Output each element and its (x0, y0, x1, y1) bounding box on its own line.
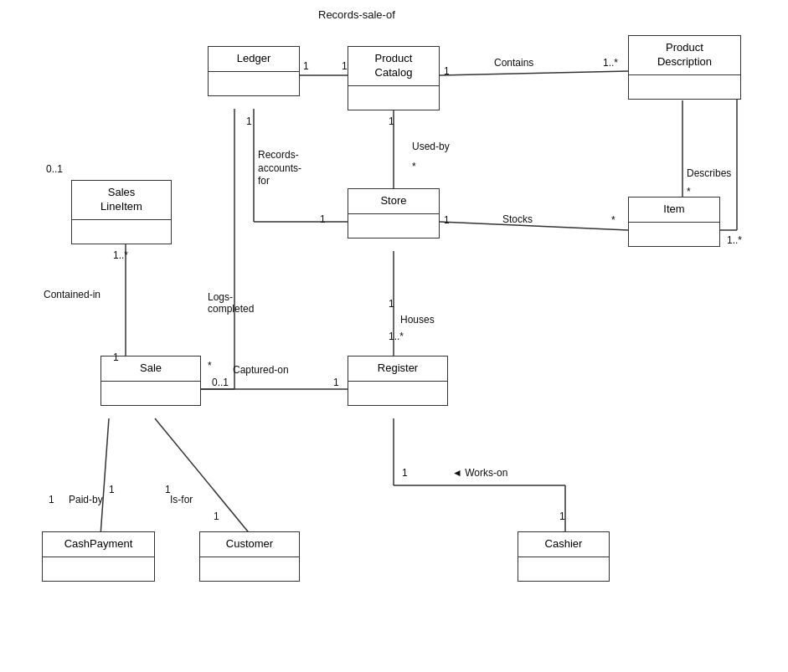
mult-pb-1b: 1 (49, 494, 54, 505)
box-product-description: ProductDescription (628, 35, 741, 100)
svg-line-6 (440, 222, 628, 230)
mult-co-1: 1 (333, 377, 339, 388)
box-product-catalog: ProductCatalog (348, 46, 440, 110)
mult-houses-1: 1 (389, 298, 394, 310)
mult-if-1a: 1 (165, 484, 171, 495)
mult-stocks-1: 1 (444, 214, 450, 226)
box-customer-name: Customer (200, 532, 299, 557)
mult-contains-1star: 1..* (603, 57, 618, 69)
label-captured-on: Captured-on (233, 364, 289, 376)
label-works-on: ◄ Works-on (452, 467, 507, 479)
box-item-name: Item (629, 197, 719, 223)
box-ledger-name: Ledger (209, 47, 299, 72)
label-contained-in: Contained-in (44, 289, 100, 300)
mult-ci-1: 1 (113, 351, 119, 363)
label-houses: Houses (400, 314, 435, 326)
box-cashier: Cashier (518, 531, 610, 582)
mult-houses-1star: 1..* (389, 331, 404, 342)
mult-sli-01: 0..1 (46, 163, 63, 175)
box-cash-payment-name: CashPayment (43, 532, 154, 557)
label-logs-completed: Logs-completed (208, 291, 254, 315)
mult-describes-star: * (687, 186, 691, 197)
mult-stocks-star: * (611, 214, 615, 226)
mult-ci-1star: 1..* (113, 249, 128, 261)
box-ledger: Ledger (208, 46, 300, 96)
mult-item-1star: 1..* (727, 234, 742, 246)
mult-co-01: 0..1 (212, 377, 229, 388)
label-records-accounts-for: Records-accounts-for (258, 149, 301, 188)
box-product-description-name: ProductDescription (629, 36, 740, 75)
uml-diagram: Records-sale-of (0, 0, 788, 672)
mult-wo-1b: 1 (559, 510, 565, 522)
box-store: Store (348, 188, 440, 239)
box-product-catalog-name: ProductCatalog (348, 47, 439, 86)
box-cashier-name: Cashier (518, 532, 609, 557)
box-register: Register (348, 356, 448, 406)
box-store-name: Store (348, 189, 439, 214)
mult-ub-star: * (412, 161, 416, 172)
label-paid-by: Paid-by (69, 494, 103, 505)
mult-raf-1b: 1 (320, 213, 326, 225)
mult-wo-1a: 1 (402, 467, 408, 479)
box-cash-payment: CashPayment (42, 531, 155, 582)
mult-ub-1: 1 (389, 115, 394, 127)
mult-lpc-1b: 1 (342, 60, 348, 72)
label-is-for: Is-for (170, 494, 193, 505)
diagram-title: Records-sale-of (318, 8, 395, 21)
box-register-name: Register (348, 357, 447, 382)
label-stocks: Stocks (502, 213, 533, 225)
mult-lc-star: * (208, 360, 212, 372)
svg-line-16 (155, 418, 251, 536)
mult-pb-1a: 1 (109, 484, 115, 495)
label-used-by: Used-by (412, 141, 450, 152)
mult-contains-1: 1 (444, 65, 450, 77)
box-customer: Customer (199, 531, 300, 582)
box-item: Item (628, 197, 720, 247)
mult-lpc-1a: 1 (303, 60, 309, 72)
svg-line-4 (440, 71, 628, 75)
label-contains: Contains (494, 57, 533, 69)
svg-line-15 (100, 418, 109, 536)
label-describes: Describes (687, 167, 731, 179)
mult-if-1b: 1 (214, 510, 219, 522)
mult-raf-1: 1 (246, 115, 252, 127)
box-sales-lineitem: SalesLineItem (71, 180, 172, 244)
box-sales-lineitem-name: SalesLineItem (72, 181, 171, 220)
